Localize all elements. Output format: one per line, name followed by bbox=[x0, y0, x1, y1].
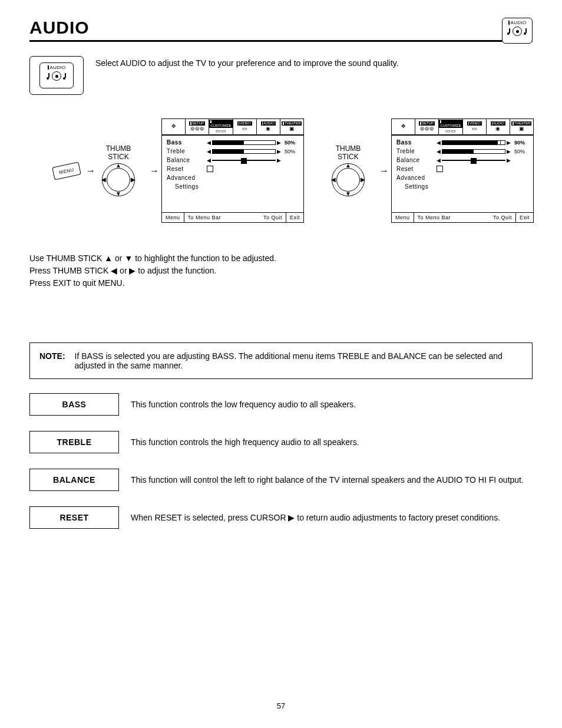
osd-bass-value: 50% bbox=[285, 140, 299, 146]
osd-bass-label: Bass bbox=[167, 139, 203, 146]
osd-row-balance: Balance ◀▶ bbox=[167, 157, 299, 163]
osd-foot-menu: Menu bbox=[392, 213, 414, 222]
instr2-c: to adjust the function. bbox=[135, 266, 216, 275]
triangle-up-icon: ▲ bbox=[104, 253, 113, 263]
dial-icon bbox=[52, 71, 61, 81]
checkbox-icon bbox=[207, 166, 213, 172]
function-label-reset: RESET bbox=[29, 506, 119, 529]
function-row-bass: BASS This function controls the low freq… bbox=[29, 393, 533, 416]
osd-row-treble: Treble ◀▶ 50% bbox=[167, 148, 299, 154]
osd-treble-value: 50% bbox=[514, 149, 528, 154]
triangle-left-icon: ◀ bbox=[111, 266, 117, 275]
instr2-b: or bbox=[117, 266, 129, 275]
thumb-stick-label: THUMB STICK bbox=[336, 145, 361, 160]
osd-screen-2: ✥ SETUP⊚⊚⊚ CUSTOMIZE▭▭ VIDEO▭ AUDIO◉ THE… bbox=[391, 118, 534, 223]
osd-bass-label: Bass bbox=[396, 139, 433, 146]
function-desc-reset: When RESET is selected, press CURSOR ▶ t… bbox=[131, 513, 533, 522]
osd-row-bass: Bass ◀▶ 90% bbox=[396, 139, 528, 146]
function-row-balance: BALANCE This function will control the l… bbox=[29, 469, 533, 491]
osd-tab-theater: THEATER▣ bbox=[510, 119, 533, 134]
osd-foot-toquit: To Quit bbox=[490, 213, 515, 222]
thumb-line2: STICK bbox=[108, 153, 128, 161]
instr1-b: or bbox=[113, 253, 124, 263]
triangle-down-icon: ▼ bbox=[345, 191, 351, 197]
menu-button-graphic: MENU bbox=[52, 162, 81, 180]
instr1-c: to highlight the function to be adjusted… bbox=[133, 253, 276, 263]
thumb-line2: STICK bbox=[338, 153, 358, 161]
function-label-treble: TREBLE bbox=[29, 431, 119, 453]
thumb-line1: THUMB bbox=[106, 144, 131, 153]
osd-tab-theater: THEATER▣ bbox=[280, 119, 303, 134]
osd-foot-toquit: To Quit bbox=[260, 213, 286, 222]
music-note-icon bbox=[63, 73, 67, 80]
music-note-icon bbox=[507, 28, 511, 35]
arrow-right-icon: → bbox=[86, 166, 95, 176]
osd-tab-customize: CUSTOMIZE▭▭ bbox=[439, 119, 462, 134]
triangle-right-icon: ▶ bbox=[288, 513, 295, 522]
instr1-a: Use THUMB STICK bbox=[29, 253, 104, 263]
osd-tab-move: ✥ bbox=[162, 119, 186, 134]
osd-foot-tomenubar: To Menu Bar bbox=[414, 213, 455, 222]
osd-row-balance: Balance ◀▶ bbox=[396, 157, 528, 163]
osd-treble-value: 50% bbox=[285, 149, 299, 154]
instr3: Press EXIT to quit MENU. bbox=[29, 277, 533, 289]
function-desc-treble: This function controls the high frequenc… bbox=[131, 437, 533, 447]
triangle-down-icon: ▼ bbox=[124, 253, 133, 263]
osd-footer: Menu To Menu Bar To Quit Exit bbox=[392, 212, 533, 222]
osd-advanced-label: Advanced bbox=[396, 174, 433, 181]
triangle-right-icon: ▶ bbox=[131, 177, 135, 183]
title-rule bbox=[29, 40, 533, 42]
function-label-balance: BALANCE bbox=[29, 469, 119, 491]
osd-tab-video: VIDEO▭ bbox=[463, 119, 487, 134]
osd-foot-exit: Exit bbox=[515, 213, 533, 222]
osd-foot-menu: Menu bbox=[162, 213, 184, 222]
function-desc-balance: This function will control the left to r… bbox=[131, 475, 533, 485]
instr2-a: Press THUMB STICK bbox=[29, 266, 111, 275]
arrow-right-icon: → bbox=[379, 166, 389, 176]
osd-tab-move: ✥ bbox=[392, 119, 415, 134]
thumb-stick-icon: ▲ ▼ ◀ ▶ bbox=[102, 163, 135, 196]
intro-audio-badge: AUDIO bbox=[29, 56, 84, 95]
thumb-stick-icon: ▲ ▼ ◀ ▶ bbox=[332, 163, 365, 196]
checkbox-icon bbox=[437, 166, 443, 172]
corner-badge-label: AUDIO bbox=[503, 20, 532, 25]
osd-settings-label: Settings bbox=[175, 183, 299, 190]
thumb-stick-label: THUMB STICK bbox=[106, 145, 131, 160]
diagram-group-2: THUMB STICK ▲ ▼ ◀ ▶ → ✥ SETUP⊚⊚⊚ CUSTOMI… bbox=[328, 118, 534, 223]
music-note-icon bbox=[47, 73, 50, 80]
osd-tab-setup: SETUP⊚⊚⊚ bbox=[186, 119, 209, 134]
osd-foot-tomenubar: To Menu Bar bbox=[184, 213, 225, 222]
triangle-down-icon: ▼ bbox=[115, 191, 121, 197]
osd-row-advanced: Advanced bbox=[396, 174, 528, 181]
intro-badge-icons bbox=[40, 71, 73, 81]
triangle-right-icon: ▶ bbox=[129, 266, 135, 275]
function-row-reset: RESET When RESET is selected, press CURS… bbox=[29, 506, 533, 529]
osd-row-bass: Bass ◀▶ 50% bbox=[167, 139, 299, 146]
osd-tab-setup: SETUP⊚⊚⊚ bbox=[415, 119, 439, 134]
triangle-up-icon: ▲ bbox=[345, 163, 351, 169]
osd-tabs: ✥ SETUP⊚⊚⊚ CUSTOMIZE▭▭ VIDEO▭ AUDIO◉ THE… bbox=[392, 119, 533, 135]
osd-tab-audio: AUDIO◉ bbox=[487, 119, 510, 134]
osd-foot-exit: Exit bbox=[286, 213, 303, 222]
osd-footer: Menu To Menu Bar To Quit Exit bbox=[162, 212, 303, 222]
intro-badge-label: AUDIO bbox=[40, 65, 73, 70]
osd-row-reset: Reset bbox=[396, 166, 528, 172]
corner-audio-badge: AUDIO bbox=[502, 18, 533, 44]
note-text: If BASS is selected you are adjusting BA… bbox=[75, 351, 523, 370]
osd-row-treble: Treble ◀▶ 50% bbox=[396, 148, 528, 154]
dial-icon bbox=[513, 27, 522, 36]
osd-treble-label: Treble bbox=[396, 148, 433, 154]
note-box: NOTE: If BASS is selected you are adjust… bbox=[29, 342, 533, 379]
diagram-group-1: MENU → THUMB STICK ▲ ▼ ◀ ▶ → bbox=[53, 118, 304, 223]
instructions-block: Use THUMB STICK ▲ or ▼ to highlight the … bbox=[29, 252, 533, 289]
function-label-bass: BASS bbox=[29, 393, 119, 416]
osd-row-reset: Reset bbox=[167, 166, 299, 172]
osd-balance-label: Balance bbox=[167, 157, 203, 163]
page-number: 57 bbox=[0, 701, 562, 710]
reset-desc-b: to return audio adjustments to factory p… bbox=[295, 513, 500, 522]
arrow-right-icon: → bbox=[150, 166, 159, 176]
osd-tab-customize: CUSTOMIZE▭▭ bbox=[209, 119, 233, 134]
music-note-icon bbox=[524, 28, 527, 35]
thumb-line1: THUMB bbox=[336, 144, 361, 153]
triangle-up-icon: ▲ bbox=[115, 163, 121, 169]
